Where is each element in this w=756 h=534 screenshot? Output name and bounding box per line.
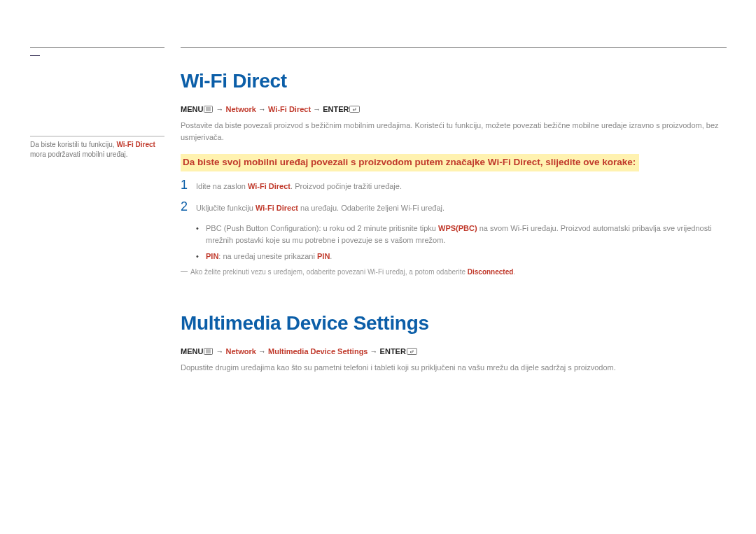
enter-icon xyxy=(407,348,417,356)
step-1: 1 Idite na zaslon Wi-Fi Direct. Proizvod… xyxy=(181,178,727,192)
arrow-icon: → xyxy=(216,105,225,113)
side-note-hl: Wi-Fi Direct xyxy=(116,141,155,148)
arrow-icon: → xyxy=(313,105,323,113)
arrow-icon: → xyxy=(370,347,380,356)
bullet-pin: PIN: na uređaj unesite prikazani PIN. xyxy=(196,251,727,262)
step-text: Idite na zaslon Wi-Fi Direct. Proizvod p… xyxy=(196,178,402,192)
main-content: Wi-Fi Direct MENU → Network → Wi-Fi Dire… xyxy=(181,70,727,381)
b2-post: . xyxy=(330,252,332,260)
svg-rect-4 xyxy=(350,106,360,113)
fn-pre: Ako želite prekinuti vezu s uređajem, od… xyxy=(190,268,468,276)
menu-icon xyxy=(204,106,213,114)
enter-label: ENTER xyxy=(380,347,406,356)
footnote: Ako želite prekinuti vezu s uređajem, od… xyxy=(181,267,727,277)
side-rule xyxy=(30,47,164,48)
arrow-icon: → xyxy=(258,347,268,356)
menu-path-multimedia: MENU → Network → Multimedia Device Setti… xyxy=(181,347,727,356)
b2-hl2: PIN xyxy=(317,252,330,260)
section-multimedia: Multimedia Device Settings MENU → Networ… xyxy=(181,312,727,374)
step-number: 1 xyxy=(181,178,196,191)
path-multimedia: Multimedia Device Settings xyxy=(268,347,368,356)
side-note: Da biste koristili tu funkciju, Wi-Fi Di… xyxy=(30,136,164,160)
section-title-wifi-direct: Wi-Fi Direct xyxy=(181,70,727,92)
sub-heading: Da biste svoj mobilni uređaj povezali s … xyxy=(181,154,639,171)
fn-post: . xyxy=(513,268,515,276)
arrow-icon: → xyxy=(258,105,268,113)
b1-pre: PBC (Push Button Configuration): u roku … xyxy=(206,224,438,232)
step-2: 2 Uključite funkciju Wi-Fi Direct na ure… xyxy=(181,200,727,214)
side-note-prefix: Da biste koristili tu funkciju, xyxy=(30,141,116,148)
path-network: Network xyxy=(226,105,256,113)
menu-path-wifi-direct: MENU → Network → Wi-Fi Direct → ENTER xyxy=(181,105,727,114)
step2-pre: Uključite funkciju xyxy=(196,204,255,212)
fn-hl: Disconnected xyxy=(468,268,514,276)
step2-hl: Wi-Fi Direct xyxy=(255,204,298,212)
step-number: 2 xyxy=(181,200,196,213)
main-rule xyxy=(181,47,727,48)
svg-rect-9 xyxy=(407,349,416,355)
section-title-multimedia: Multimedia Device Settings xyxy=(181,312,727,335)
step2-post: na uređaju. Odaberite željeni Wi-Fi uređ… xyxy=(298,204,444,212)
bullet-pbc: PBC (Push Button Configuration): u roku … xyxy=(196,223,727,246)
page-tab-marker xyxy=(30,47,40,56)
menu-icon xyxy=(204,348,213,356)
b2-hl1: PIN xyxy=(206,252,218,260)
arrow-icon: → xyxy=(216,347,225,356)
path-network: Network xyxy=(226,347,256,356)
menu-label: MENU xyxy=(181,347,203,356)
multimedia-intro: Dopustite drugim uređajima kao što su pa… xyxy=(181,362,727,374)
menu-label: MENU xyxy=(181,105,203,113)
step1-post: . Proizvod počinje tražiti uređaje. xyxy=(290,182,402,190)
intro-paragraph: Postavite da biste povezali proizvod s b… xyxy=(181,120,727,143)
b2-mid: : na uređaj unesite prikazani xyxy=(218,252,317,260)
path-wifi-direct: Wi-Fi Direct xyxy=(268,105,311,113)
side-note-suffix: mora podržavati mobilni uređaj. xyxy=(30,150,128,158)
enter-label: ENTER xyxy=(323,105,349,113)
step1-hl: Wi-Fi Direct xyxy=(248,182,290,190)
b1-hl: WPS(PBC) xyxy=(438,224,477,232)
enter-icon xyxy=(349,106,360,114)
bullet-list: PBC (Push Button Configuration): u roku … xyxy=(196,223,727,262)
step1-pre: Idite na zaslon xyxy=(196,182,248,190)
step-text: Uključite funkciju Wi-Fi Direct na uređa… xyxy=(196,200,444,214)
